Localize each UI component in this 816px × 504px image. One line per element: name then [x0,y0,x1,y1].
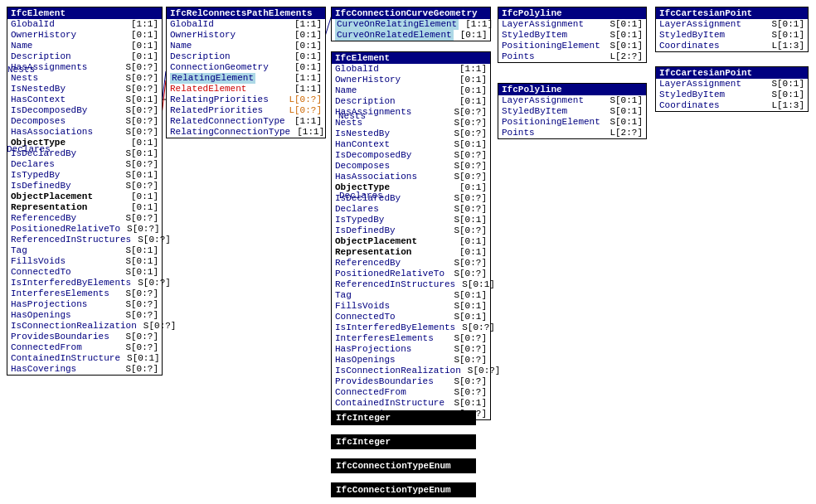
uml-box-ifcpolyline-1: IfcPolyline LayerAssignmentS[0:1] Styled… [498,7,647,63]
uml-header-ifcelement-inner: IfcElement [332,52,490,64]
row-ownerhistory-1: OwnerHistory[0:1] [7,30,162,41]
row-relatingconnectiontype-2: RelatingConnectionType[1:1] [167,127,325,138]
row-description-2: Description[0:1] [167,51,325,62]
uml-box-ifcelement: IfcElement GlobalId[1:1] OwnerHistory[0:… [7,7,163,376]
row-description-1: Description[0:1] [7,51,162,62]
black-box-ifcinteger-1: IfcInteger [331,410,476,425]
uml-header-ifcpolyline-2: IfcPolyline [498,84,646,95]
row-referencedinstructures-1: ReferencedInStructuresS[0:?] [7,235,162,245]
uml-box-ifccartesianpoint-1: IfcCartesianPoint LayerAssignmentS[0:1] … [655,7,809,52]
row-decomposes-1: DecomposesS[0:?] [7,116,162,127]
row-objectplacement-1: ObjectPlacement[0:1] [7,191,162,202]
row-representation-1: Representation[0:1] [7,202,162,213]
row-referencedby-1: ReferencedByS[0:?] [7,213,162,224]
uml-box-ifcpolyline-2: IfcPolyline LayerAssignmentS[0:1] Styled… [498,83,647,139]
label-nests-1: Nests [7,65,35,75]
row-isconnectionrealization-1: IsConnectionRealizationS[0:?] [7,321,162,332]
row-isdefinedby-1: IsDefinedByS[0:?] [7,181,162,191]
diagram-container: IfcElement GlobalId[1:1] OwnerHistory[0:… [0,0,816,504]
row-declares-1: DeclaresS[0:?] [7,159,162,170]
uml-box-ifccartesianpoint-2: IfcCartesianPoint LayerAssignmentS[0:1] … [655,66,809,112]
row-containedinstructure-1: ContainedInStructureS[0:1] [7,353,162,364]
uml-header-ifccartesianpoint-1: IfcCartesianPoint [656,7,808,19]
label-declares-2: Declares [339,191,383,201]
uml-header-ifccartesianpoint-2: IfcCartesianPoint [656,67,808,79]
row-hascontext-1: HasContextS[0:1] [7,94,162,105]
uml-header-ifcconnectioncurve: IfcConnectionCurveGeometry [332,7,490,19]
row-interferedelements-1: InterferesElementsS[0:?] [7,288,162,299]
row-relatedconnectiontype-2: RelatedConnectionType[1:1] [167,116,325,127]
row-globalid-1: GlobalId[1:1] [7,19,162,30]
row-globalid-2: GlobalId[1:1] [167,19,325,30]
black-box-ifcconnectiontypeenum-2: IfcConnectionTypeEnum [331,482,476,497]
row-name-1: Name[0:1] [7,41,162,51]
row-ownerhistory-2: OwnerHistory[0:1] [167,30,325,41]
black-box-ifcconnectiontypeenum-1: IfcConnectionTypeEnum [331,458,476,473]
row-connectedto-1: ConnectedToS[0:1] [7,267,162,278]
row-curveonrelatedelement: CurveOnRelatedElement[0:1] [332,30,490,41]
row-isdecomposedby-1: IsDecomposedByS[0:?] [7,105,162,116]
row-tag-1: TagS[0:1] [7,245,162,256]
label-declares-1: Declares [7,144,51,154]
row-isinterferedelements-1: IsInterferedByElementsS[0:?] [7,278,162,288]
row-relatingelement-2: RelatingElement[1:1] [167,73,325,84]
label-nests-2: Nests [338,111,366,121]
row-hasprojections-1: HasProjectionsS[0:?] [7,299,162,310]
uml-header-ifcelement: IfcElement [7,7,162,19]
row-hascoverings-1: HasCoveringsS[0:?] [7,364,162,375]
row-connectiongeometry-2: ConnectionGeometry[0:1] [167,62,325,73]
black-box-ifcinteger-2: IfcInteger [331,434,476,449]
uml-box-ifcconnectioncurvegeometry: IfcConnectionCurveGeometry CurveOnRelati… [331,7,491,41]
row-relatingpriorities-2: RelatingPrioritiesL[0:?] [167,94,325,105]
row-name-2: Name[0:1] [167,41,325,51]
row-fillsvoids-1: FillsVoidsS[0:1] [7,256,162,267]
row-relatedelement-2: RelatedElement[1:1] [167,84,325,94]
uml-header-ifcpolyline-1: IfcPolyline [498,7,646,19]
uml-header-ifcrelconnects: IfcRelConnectsPathElements [167,7,325,19]
uml-box-ifcelement-inner: IfcElement GlobalId[1:1] OwnerHistory[0:… [331,51,491,420]
row-isnestedby-1: IsNestedByS[0:?] [7,84,162,94]
row-istypedby-1: IsTypedByS[0:1] [7,170,162,181]
row-positionedrelativeto-1: PositionedRelativeToS[0:?] [7,224,162,235]
row-providesboundaries-1: ProvidesBoundariesS[0:?] [7,332,162,342]
row-hasopenings-1: HasOpeningsS[0:?] [7,310,162,321]
row-connectedfrom-1: ConnectedFromS[0:?] [7,342,162,353]
row-curveonrelatingelement: CurveOnRelatingElement[1:1] [332,19,490,30]
row-relatedpriorities-2: RelatedPrioritiesL[0:?] [167,105,325,116]
uml-box-ifcrelconnectspathElements: IfcRelConnectsPathElements GlobalId[1:1]… [166,7,326,138]
row-hasassociations-1: HasAssociationsS[0:?] [7,127,162,138]
